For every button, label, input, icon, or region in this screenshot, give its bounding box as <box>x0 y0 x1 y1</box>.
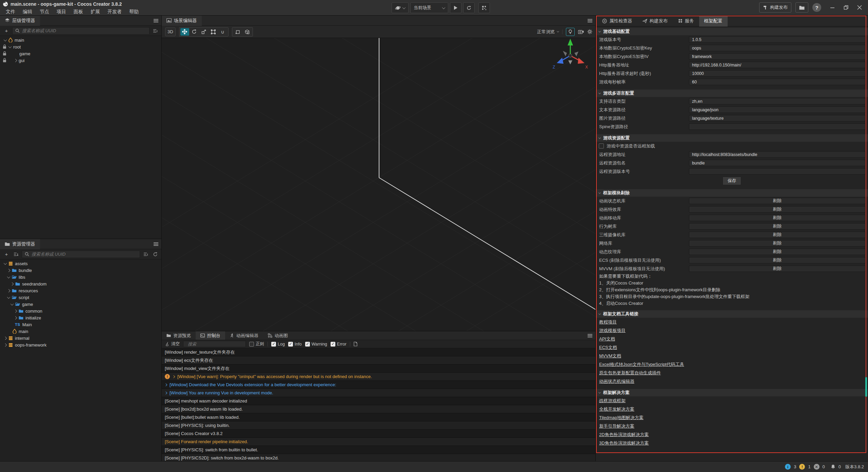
clear-console-button[interactable]: 清空 <box>165 341 180 347</box>
remote-load-checkbox[interactable] <box>599 143 604 149</box>
orientation-gizmo[interactable]: X Z <box>550 38 591 77</box>
menu-help[interactable]: 帮助 <box>125 9 142 15</box>
link-tiledmap-solution[interactable]: Tiledmap地图解决方案 <box>596 413 868 422</box>
build-publish-button[interactable]: 构建发布 <box>759 2 791 13</box>
asset-node-internal[interactable]: internal <box>0 335 162 341</box>
menu-edit[interactable]: 编辑 <box>19 9 36 15</box>
chevron-down-icon[interactable] <box>7 275 11 278</box>
link-tutorial-project[interactable]: 教程项目 <box>596 318 868 326</box>
chevron-right-icon[interactable] <box>14 59 17 62</box>
remove-anim-state-button[interactable]: 剔除 <box>689 198 866 204</box>
tab-assets[interactable]: 资源管理器 <box>0 239 40 249</box>
hierarchy-search[interactable] <box>12 27 150 35</box>
tab-services[interactable]: 服务 <box>673 16 699 26</box>
hierarchy-node-root[interactable]: root <box>0 43 162 50</box>
remove-camera-button[interactable]: 剔除 <box>689 232 866 238</box>
chevron-right-icon[interactable] <box>4 336 7 340</box>
remove-network-button[interactable]: 剔除 <box>689 240 866 247</box>
hierarchy-node-gui[interactable]: gui <box>0 57 162 64</box>
asset-node-bundle[interactable]: bundle <box>0 267 162 274</box>
crypto-key-input[interactable] <box>689 45 866 51</box>
spine-path-input[interactable] <box>689 123 866 130</box>
regex-checkbox[interactable]: 正则 <box>249 341 264 347</box>
save-button[interactable]: 保存 <box>723 177 741 185</box>
chevron-down-icon[interactable] <box>8 45 12 48</box>
asset-node-seedrandom[interactable]: seedrandom <box>0 280 162 287</box>
asset-node-assets[interactable]: assets <box>0 260 162 267</box>
remove-behavior-tree-button[interactable]: 剔除 <box>689 223 866 230</box>
inspector-scrollbar-thumb[interactable] <box>865 377 867 397</box>
chevron-right-icon[interactable] <box>4 343 7 347</box>
menu-extension[interactable]: 扩展 <box>87 9 104 15</box>
console-row-warning[interactable]: ![Window] [Vue warn]: Property "onInput"… <box>162 373 596 381</box>
link-2d-rpg-solution[interactable]: 2D角色扮演游戏解决方案 <box>596 430 868 439</box>
hierarchy-add-button[interactable]: + <box>3 27 10 34</box>
tab-console[interactable]: 控制台 <box>196 331 225 340</box>
gear-icon[interactable] <box>587 29 592 34</box>
remove-mvvm-button[interactable]: 剔除 <box>689 266 866 272</box>
asset-node-script[interactable]: script <box>0 294 162 301</box>
chevron-right-icon[interactable] <box>7 289 11 292</box>
link-api-docs[interactable]: API文档 <box>596 335 868 343</box>
assets-menu-icon[interactable] <box>154 242 158 247</box>
image-path-input[interactable] <box>689 115 866 121</box>
platform-select-button[interactable] <box>392 2 409 13</box>
camera-icon[interactable] <box>578 29 584 34</box>
hierarchy-search-input[interactable] <box>22 28 146 33</box>
assets-search[interactable] <box>22 251 140 258</box>
section-solutions[interactable]: 框架解决方案 <box>596 389 868 396</box>
remote-url-input[interactable] <box>689 151 866 158</box>
remote-version-input[interactable] <box>689 168 866 175</box>
chevron-down-icon[interactable] <box>7 295 11 299</box>
gizmo-union-tool-button[interactable]: ∪ <box>218 28 227 36</box>
pivot-mode-button[interactable] <box>233 28 242 36</box>
chevron-right-icon[interactable] <box>14 309 17 313</box>
link-3d-rpg-solution[interactable]: 3D角色扮演游戏解决方案 <box>596 439 868 447</box>
menu-file[interactable]: 文件 <box>2 9 19 15</box>
assets-search-input[interactable] <box>32 252 137 257</box>
asset-node-game[interactable]: game <box>0 301 162 308</box>
link-guide-solution[interactable]: 新手引导解决方案 <box>596 422 868 430</box>
coordinate-mode-button[interactable] <box>243 28 252 36</box>
expand-icon[interactable] <box>172 375 175 378</box>
http-timeout-input[interactable] <box>689 70 866 77</box>
filter-error-checkbox[interactable]: Error <box>331 342 347 347</box>
menu-project[interactable]: 项目 <box>53 9 70 15</box>
link-mvvm-docs[interactable]: MVVM文档 <box>596 352 868 360</box>
filter-log-checkbox[interactable]: Log <box>271 342 285 347</box>
game-version-input[interactable] <box>689 36 866 43</box>
minimize-button[interactable] <box>830 5 835 10</box>
tab-asset-preview[interactable]: 资源预览 <box>162 331 196 340</box>
link-wargame-framework[interactable]: 战棋游戏框架 <box>596 396 868 405</box>
link-anim-state-editor[interactable]: 动画状态机编辑器 <box>596 377 868 386</box>
scene-viewport[interactable]: X Z <box>162 38 596 341</box>
error-count-icon[interactable]: ✕ <box>814 464 820 470</box>
tab-animation-graph[interactable]: 动画图 <box>263 331 293 340</box>
filter-warning-checkbox[interactable]: Warning <box>305 342 327 347</box>
chevron-right-icon[interactable] <box>7 269 11 272</box>
console-row-info[interactable]: [Window] Download the Vue Devtools exten… <box>162 381 596 389</box>
asset-node-oops-framework[interactable]: oops-framework <box>0 341 162 348</box>
hierarchy-filter-icon[interactable] <box>152 27 159 34</box>
log-file-icon[interactable] <box>354 342 357 346</box>
dimension-toggle-button[interactable]: 3D <box>165 27 176 36</box>
warning-count-icon[interactable]: ! <box>799 464 805 470</box>
remote-bundle-input[interactable] <box>689 160 866 166</box>
move-tool-button[interactable] <box>180 28 189 36</box>
console-menu-icon[interactable] <box>588 333 592 338</box>
console-search-input[interactable] <box>188 342 243 347</box>
chevron-right-icon[interactable] <box>14 316 17 319</box>
crypto-iv-input[interactable] <box>689 53 866 60</box>
menu-panel[interactable]: 面板 <box>70 9 87 15</box>
remove-dynamic-texture-button[interactable]: 剔除 <box>689 249 866 255</box>
remove-ecs-button[interactable]: 剔除 <box>689 257 866 263</box>
section-docs-links[interactable]: 框架文档工具链接 <box>596 310 868 318</box>
tab-property-inspector[interactable]: 属性检查器 <box>597 16 637 26</box>
asset-node-common[interactable]: common <box>0 308 162 314</box>
menu-node[interactable]: 节点 <box>36 9 53 15</box>
tab-scene-editor[interactable]: 场景编辑器 <box>162 16 202 26</box>
chevron-down-icon[interactable] <box>4 261 7 265</box>
asset-node-initialize[interactable]: initialize <box>0 314 162 321</box>
link-ecs-docs[interactable]: ECS文档 <box>596 343 868 352</box>
fps-input[interactable] <box>689 79 866 85</box>
